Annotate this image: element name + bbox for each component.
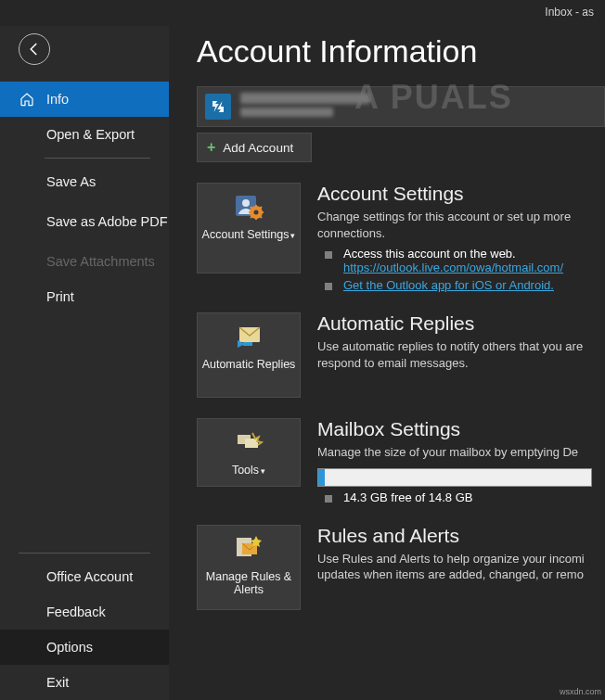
tile-label: Tools bbox=[232, 464, 259, 477]
sidebar-item-info[interactable]: Info bbox=[0, 82, 169, 117]
sidebar-item-save-as[interactable]: Save As bbox=[0, 164, 169, 199]
sidebar-label: Office Account bbox=[46, 569, 133, 584]
section-title: Mailbox Settings bbox=[317, 418, 605, 440]
svg-point-3 bbox=[254, 210, 259, 215]
account-settings-icon bbox=[233, 191, 264, 223]
chevron-down-icon: ▾ bbox=[290, 231, 295, 240]
sidebar-label: Info bbox=[46, 92, 69, 107]
section-desc: Use Rules and Alerts to help organize yo… bbox=[317, 551, 605, 583]
account-settings-tile[interactable]: Account Settings▾ bbox=[197, 183, 301, 274]
page-title: Account Information bbox=[197, 33, 605, 70]
section-mailbox-settings: Tools▾ Mailbox Settings Manage the size … bbox=[197, 418, 605, 504]
bullet-icon bbox=[325, 283, 332, 290]
sidebar-label: Options bbox=[46, 640, 93, 655]
owa-link[interactable]: https://outlook.live.com/owa/hotmail.com… bbox=[343, 261, 563, 274]
sidebar-item-print[interactable]: Print bbox=[0, 279, 169, 314]
sidebar-label: Exit bbox=[46, 675, 69, 690]
tools-tile[interactable]: Tools▾ bbox=[197, 418, 301, 487]
tile-label: Account Settings bbox=[202, 228, 290, 241]
svg-rect-7 bbox=[245, 439, 258, 448]
tile-label: Automatic Replies bbox=[202, 358, 296, 371]
automatic-replies-icon bbox=[233, 321, 264, 352]
home-icon bbox=[19, 91, 35, 108]
sidebar-item-office-account[interactable]: Office Account bbox=[0, 559, 169, 594]
source-watermark: wsxdn.com bbox=[560, 687, 601, 696]
bullet-icon bbox=[325, 495, 332, 503]
sidebar-item-exit[interactable]: Exit bbox=[0, 665, 169, 700]
sidebar-label: Open & Export bbox=[46, 127, 135, 142]
account-selector[interactable] bbox=[197, 86, 605, 127]
sidebar-item-open-export[interactable]: Open & Export bbox=[0, 117, 169, 152]
storage-fill bbox=[318, 469, 325, 486]
manage-rules-tile[interactable]: Manage Rules & Alerts bbox=[197, 525, 301, 610]
section-title: Rules and Alerts bbox=[317, 525, 605, 547]
sidebar-item-options[interactable]: Options bbox=[0, 630, 169, 665]
section-desc: Manage the size of your mailbox by empty… bbox=[317, 444, 605, 461]
tools-icon bbox=[233, 426, 264, 458]
sidebar-label: Feedback bbox=[46, 605, 106, 619]
mobile-app-link[interactable]: Get the Outlook app for iOS or Android. bbox=[343, 278, 554, 292]
main-panel: A PUALS Account Information + Add Accoun… bbox=[169, 26, 605, 700]
section-automatic-replies: Automatic Replies Automatic Replies Use … bbox=[197, 312, 605, 398]
section-account-settings: Account Settings▾ Account Settings Chang… bbox=[197, 183, 605, 292]
section-title: Automatic Replies bbox=[317, 312, 605, 335]
section-desc: Use automatic replies to notify others t… bbox=[317, 338, 605, 371]
sidebar-item-feedback[interactable]: Feedback bbox=[0, 594, 169, 630]
exchange-icon bbox=[205, 94, 231, 120]
sidebar-label: Print bbox=[46, 289, 74, 304]
title-bar: Inbox - as bbox=[0, 0, 605, 26]
sidebar-item-save-adobe-pdf[interactable]: Save as Adobe PDF bbox=[0, 199, 169, 244]
section-desc: Change settings for this account or set … bbox=[317, 209, 605, 241]
sidebar-label: Save Attachments bbox=[46, 254, 155, 269]
rules-alerts-icon bbox=[233, 533, 264, 565]
svg-rect-5 bbox=[243, 342, 252, 346]
add-account-button[interactable]: + Add Account bbox=[197, 133, 312, 162]
divider bbox=[45, 158, 150, 159]
storage-bar bbox=[317, 468, 592, 487]
sidebar-item-save-attachments: Save Attachments bbox=[0, 244, 169, 279]
sidebar-label: Save as Adobe PDF bbox=[46, 213, 168, 230]
section-rules-alerts: Manage Rules & Alerts Rules and Alerts U… bbox=[197, 525, 605, 610]
tile-label: Manage Rules & Alerts bbox=[201, 570, 296, 596]
account-type-redacted bbox=[240, 108, 333, 117]
backstage-sidebar: Info Open & Export Save As Save as Adobe… bbox=[0, 26, 169, 700]
add-account-label: Add Account bbox=[223, 141, 293, 155]
svg-point-1 bbox=[242, 199, 250, 207]
automatic-replies-tile[interactable]: Automatic Replies bbox=[197, 312, 301, 398]
storage-text: 14.3 GB free of 14.8 GB bbox=[343, 490, 472, 504]
back-button[interactable] bbox=[19, 33, 50, 65]
bullet-icon bbox=[325, 251, 332, 259]
plus-icon: + bbox=[207, 139, 215, 156]
account-email-redacted bbox=[240, 93, 370, 104]
divider bbox=[19, 553, 150, 554]
arrow-left-icon bbox=[26, 41, 43, 57]
chevron-down-icon: ▾ bbox=[261, 466, 265, 476]
section-title: Account Settings bbox=[317, 183, 605, 205]
bullet-text: Access this account on the web. bbox=[343, 247, 563, 261]
sidebar-label: Save As bbox=[46, 174, 96, 189]
